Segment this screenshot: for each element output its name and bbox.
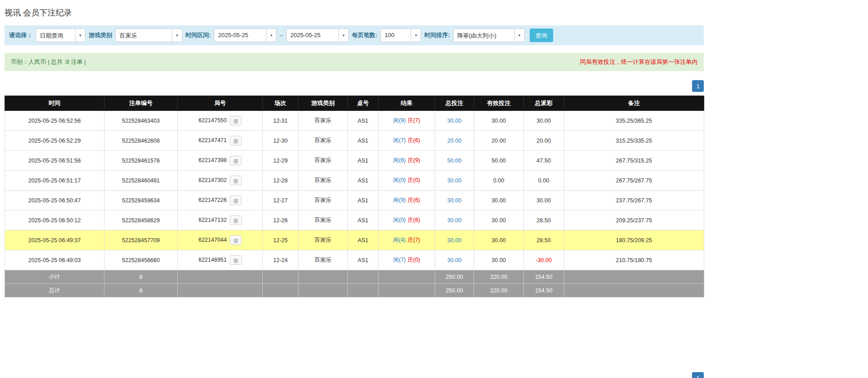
cell-round-id: 622147471▦ bbox=[178, 131, 263, 151]
cell-result: 闲(7)庄(6) bbox=[379, 131, 435, 151]
header-table-no: 桌号 bbox=[348, 96, 379, 111]
video-replay-button[interactable]: ▦ bbox=[230, 235, 242, 245]
video-replay-button[interactable]: ▦ bbox=[230, 255, 242, 265]
total-bet-link[interactable]: 30.00 bbox=[447, 177, 461, 184]
cell-game-type: 百家乐 bbox=[299, 131, 348, 151]
video-replay-button[interactable]: ▦ bbox=[230, 116, 242, 125]
subtotal-total-bet: 250.00 bbox=[435, 270, 474, 284]
chevron-down-icon: ▼ bbox=[338, 29, 348, 42]
chevron-down-icon: ▼ bbox=[75, 29, 85, 42]
total-bet-link[interactable]: 30.00 bbox=[447, 217, 461, 224]
cell-total-bet: 30.00 bbox=[435, 111, 474, 131]
cell-payout: 0.00 bbox=[524, 171, 564, 191]
per-page-select[interactable]: 100 ▼ bbox=[380, 29, 421, 42]
search-button[interactable]: 查询 bbox=[530, 29, 553, 42]
sort-select[interactable]: 降幂(由大到小) ▼ bbox=[453, 29, 525, 42]
cell-game-type: 百家乐 bbox=[299, 230, 348, 250]
cell-session: 12-31 bbox=[263, 111, 299, 131]
table-row: 2025-05-25 06:51:56 522528461576 6221473… bbox=[5, 151, 704, 171]
total-count: 8 bbox=[104, 284, 178, 297]
subtotal-payout: 154.50 bbox=[524, 270, 564, 284]
cell-table-no: AS1 bbox=[348, 171, 379, 191]
total-bet-link[interactable]: 30.00 bbox=[447, 118, 461, 124]
chevron-down-icon: ▼ bbox=[411, 29, 421, 42]
header-total-bet: 总投注 bbox=[435, 96, 474, 111]
page-1-button-bottom[interactable]: 1 bbox=[692, 372, 704, 378]
sort-label: 时间排序: bbox=[424, 31, 450, 39]
cell-payout: 28.50 bbox=[524, 211, 564, 230]
cell-valid-bet: 30.00 bbox=[474, 230, 524, 250]
cell-table-no: AS1 bbox=[348, 230, 379, 250]
cell-total-bet: 30.00 bbox=[435, 211, 474, 230]
cell-valid-bet: 30.00 bbox=[474, 191, 524, 211]
table-row: 2025-05-25 06:50:12 522528458629 6221471… bbox=[5, 211, 704, 230]
cell-result: 闲(7)庄(0) bbox=[379, 250, 435, 270]
query-type-select[interactable]: 日期查询 ▼ bbox=[36, 29, 85, 42]
cell-payout: 30.00 bbox=[524, 191, 564, 211]
result-player: 闲(9) bbox=[393, 197, 406, 203]
table-header: 时间 注单编号 局号 场次 游戏类别 桌号 结果 总投注 有效投注 总派彩 备注 bbox=[5, 96, 704, 111]
cell-session: 12-29 bbox=[263, 151, 299, 171]
cell-bet-id: 522528456660 bbox=[104, 250, 178, 270]
cell-valid-bet: 20.00 bbox=[474, 131, 524, 151]
per-page-label: 每页笔数: bbox=[352, 31, 377, 39]
cell-session: 12-24 bbox=[263, 250, 299, 270]
total-bet-link[interactable]: 30.00 bbox=[447, 257, 461, 263]
cell-total-bet: 30.00 bbox=[435, 250, 474, 270]
date-from-select[interactable]: 2025-05-25 ▼ bbox=[214, 29, 276, 42]
cell-valid-bet: 50.00 bbox=[474, 151, 524, 171]
cell-bet-id: 522528462608 bbox=[104, 131, 178, 151]
video-replay-button[interactable]: ▦ bbox=[230, 156, 242, 165]
chevron-down-icon: ▼ bbox=[266, 29, 276, 42]
date-to-select[interactable]: 2025-05-25 ▼ bbox=[286, 29, 349, 42]
video-replay-button[interactable]: ▦ bbox=[230, 176, 242, 185]
table-row: 2025-05-25 06:52:56 522528463403 6221475… bbox=[5, 111, 704, 131]
cell-session: 12-26 bbox=[263, 211, 299, 230]
table-row: 2025-05-25 06:51:17 522528460491 6221473… bbox=[5, 171, 704, 191]
pagination-top: 1 bbox=[5, 80, 704, 92]
cell-bet-id: 522528458629 bbox=[104, 211, 178, 230]
cell-payout: 30.00 bbox=[524, 111, 564, 131]
video-grid-icon: ▦ bbox=[233, 178, 238, 183]
sort-value: 降幂(由大到小) bbox=[454, 29, 514, 42]
cell-result: 闲(9)庄(6) bbox=[379, 191, 435, 211]
cell-payout: 47.50 bbox=[524, 151, 564, 171]
result-player: 闲(0) bbox=[393, 177, 406, 183]
cell-session: 12-30 bbox=[263, 131, 299, 151]
header-session: 场次 bbox=[263, 96, 299, 111]
cell-round-id: 622146951▦ bbox=[178, 250, 263, 270]
table-row: 2025-05-25 06:52:29 522528462608 6221474… bbox=[5, 131, 704, 151]
page-1-button[interactable]: 1 bbox=[692, 80, 704, 92]
video-grid-icon: ▦ bbox=[233, 158, 238, 163]
result-banker: 庄(0) bbox=[408, 257, 420, 263]
cell-game-type: 百家乐 bbox=[299, 211, 348, 230]
cell-total-bet: 50.00 bbox=[435, 151, 474, 171]
round-id-value: 622147471 bbox=[199, 137, 227, 144]
cell-round-id: 622147398▦ bbox=[178, 151, 263, 171]
header-valid-bet: 有效投注 bbox=[474, 96, 524, 111]
cell-round-id: 622147226▦ bbox=[178, 191, 263, 211]
round-id-value: 622147550 bbox=[199, 117, 227, 124]
total-bet-link[interactable]: 50.00 bbox=[447, 158, 461, 164]
cell-bet-id: 522528459634 bbox=[104, 191, 178, 211]
cell-total-bet: 30.00 bbox=[435, 230, 474, 250]
per-page-value: 100 bbox=[381, 29, 411, 42]
cell-valid-bet: 0.00 bbox=[474, 171, 524, 191]
video-replay-button[interactable]: ▦ bbox=[230, 215, 242, 225]
video-replay-button[interactable]: ▦ bbox=[230, 136, 242, 145]
total-bet-link[interactable]: 30.00 bbox=[447, 237, 461, 244]
video-replay-button[interactable]: ▦ bbox=[230, 196, 242, 205]
table-row: 2025-05-25 06:50:47 522528459634 6221472… bbox=[5, 191, 704, 211]
game-type-select[interactable]: 百家乐 ▼ bbox=[115, 29, 182, 42]
cell-table-no: AS1 bbox=[348, 211, 379, 230]
round-id-value: 622147302 bbox=[199, 177, 227, 183]
cell-round-id: 622147044▦ bbox=[178, 230, 263, 250]
cell-round-id: 622147132▦ bbox=[178, 211, 263, 230]
cell-result: 闲(0)庄(0) bbox=[379, 171, 435, 191]
total-bet-link[interactable]: 30.00 bbox=[447, 197, 461, 204]
total-bet-link[interactable]: 20.00 bbox=[447, 138, 461, 144]
cell-time: 2025-05-25 06:52:29 bbox=[5, 131, 104, 151]
cell-valid-bet: 30.00 bbox=[474, 211, 524, 230]
betting-records-table: 时间 注单编号 局号 场次 游戏类别 桌号 结果 总投注 有效投注 总派彩 备注… bbox=[5, 96, 704, 297]
cell-note: 335.25/365.25 bbox=[564, 111, 704, 131]
